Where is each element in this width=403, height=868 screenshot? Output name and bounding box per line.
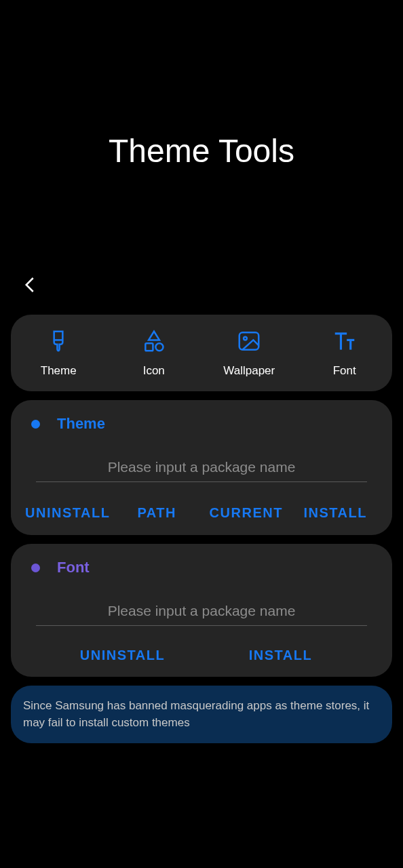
image-icon [236,328,262,354]
category-label: Wallpaper [223,364,275,378]
svg-rect-1 [145,343,153,351]
font-package-input[interactable] [36,597,367,626]
section-header: Theme [23,415,380,433]
category-label: Icon [143,364,165,378]
category-wallpaper[interactable]: Wallpaper [202,328,297,378]
theme-uninstall-button[interactable]: UNINSTALL [23,504,113,521]
bullet-icon [31,564,40,572]
font-section: Font UNINSTALL INSTALL [11,544,392,677]
theme-section: Theme UNINSTALL PATH CURRENT INSTALL [11,400,392,535]
section-title: Theme [57,415,105,433]
category-font[interactable]: Font [297,328,393,378]
page-title: Theme Tools [0,132,403,170]
section-header: Font [23,559,380,576]
chevron-left-icon [20,275,41,295]
bullet-icon [31,420,40,429]
font-icon [332,328,358,354]
category-label: Theme [41,364,77,378]
svg-point-2 [155,343,163,351]
font-install-button[interactable]: INSTALL [202,648,360,663]
back-button[interactable] [20,275,41,295]
svg-rect-3 [239,332,259,349]
theme-package-input[interactable] [36,453,367,482]
category-label: Font [333,364,356,378]
theme-path-button[interactable]: PATH [113,504,202,521]
shapes-icon [141,328,167,354]
svg-point-4 [244,337,247,340]
info-banner: Since Samsung has banned masquerading ap… [11,686,392,743]
category-theme[interactable]: Theme [11,328,107,378]
paintbrush-icon [45,328,71,354]
font-uninstall-button[interactable]: UNINSTALL [43,648,202,663]
section-title: Font [57,559,90,576]
category-card: Theme Icon Wallpaper [11,315,392,391]
theme-install-button[interactable]: INSTALL [291,504,381,521]
theme-current-button[interactable]: CURRENT [202,504,291,521]
category-icon[interactable]: Icon [107,328,202,378]
